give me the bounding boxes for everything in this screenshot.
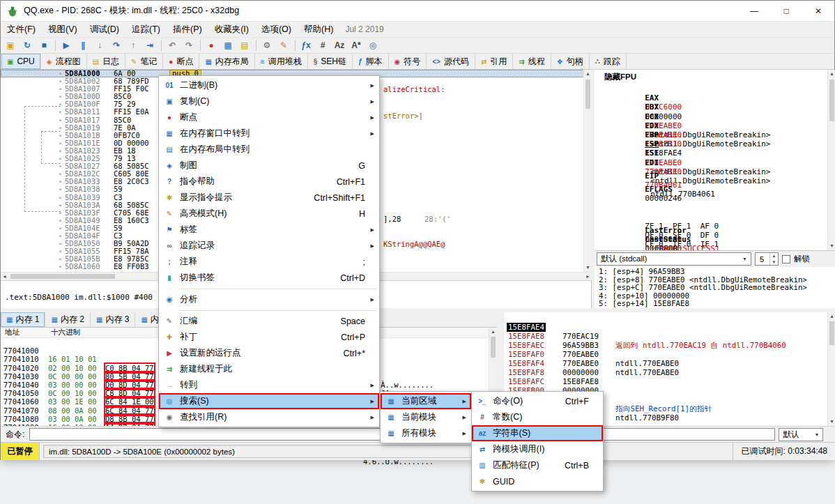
toolbar-button[interactable] xyxy=(158,38,164,53)
view-tab[interactable]: ◈ 流程图 xyxy=(41,54,87,69)
stack-row[interactable]: 15E8FB00 15E8FB6C 指向SEH_Record[1]的指针 xyxy=(504,377,827,386)
menu-item[interactable]: ⚑ 标签 xyxy=(159,222,379,238)
dump-tab[interactable]: ▦ 内存 3 xyxy=(91,312,135,327)
toolbar-button[interactable]: ∥ xyxy=(75,38,91,53)
argument-row[interactable]: 3: [esp+C] 770EABE0 <ntdll.DbgUiRemoteBr… xyxy=(595,284,835,292)
stack-row[interactable]: 15E8FAF4 00000000 xyxy=(504,350,827,359)
menubar-item[interactable]: 帮助(H) xyxy=(298,22,339,37)
arguments-pane[interactable]: 1: [esp+4] 96A59BB32: [esp+8] 770EABE0 <… xyxy=(595,267,835,308)
toolbar-button[interactable] xyxy=(197,38,203,53)
submenu-item[interactable]: ⇄ 跨模块调用(I) xyxy=(472,441,603,457)
toolbar-button[interactable]: ↷ xyxy=(108,38,125,53)
dump-tab[interactable]: ▦ 内存 1 xyxy=(1,312,45,327)
menu-item[interactable]: ▦ 在内存窗口中转到 xyxy=(159,125,379,142)
view-tab[interactable]: ● 断点 xyxy=(163,54,199,69)
toolbar-button[interactable]: ↑ xyxy=(125,38,141,53)
argument-count-stepper[interactable]: 5 ▲▼ xyxy=(755,252,779,266)
toolbar-button[interactable]: ↶ xyxy=(164,38,181,53)
argument-row[interactable]: 1: [esp+4] 96A59BB3 xyxy=(595,268,835,276)
registers-pane[interactable]: 隐藏FPU EAX 007C6000 EBX 00000000 xyxy=(595,70,827,250)
menu-item[interactable] xyxy=(159,307,379,313)
menubar-item[interactable]: 视图(V) xyxy=(42,22,84,37)
view-tab[interactable]: § SEH链 xyxy=(308,54,353,69)
menu-item[interactable]: 01 二进制(B) xyxy=(159,77,379,93)
menu-item[interactable]: ✎ 汇编 Space xyxy=(159,313,379,329)
view-tab[interactable]: ✎ 笔记 xyxy=(125,54,163,69)
menu-item[interactable]: ∞ 追踪记录 xyxy=(159,238,379,254)
menubar-item[interactable]: 追踪(T) xyxy=(125,22,167,37)
toolbar-button[interactable]: ◎ xyxy=(365,38,381,53)
menu-item[interactable]: ✱ 显示指令提示 Ctrl+Shift+F1 xyxy=(159,190,379,206)
menu-item[interactable]: ● 断点 xyxy=(159,109,379,125)
toolbar-button[interactable]: # xyxy=(314,38,331,53)
submenu-item[interactable]: ▦ 所有模块 xyxy=(381,425,471,441)
menu-item[interactable]: ? 指令帮助 Ctrl+F1 xyxy=(159,174,379,190)
submenu-item[interactable]: ▥ 匹配特征(P) Ctrl+B xyxy=(472,457,603,473)
menu-item[interactable]: ✎ 高亮模式(H) H xyxy=(159,206,379,222)
toolbar-button[interactable]: ↷ xyxy=(181,38,197,53)
submenu-item[interactable]: ▦ 当前区域 xyxy=(381,393,471,409)
stack-row[interactable]: 15E8FAFC 00000000 xyxy=(504,368,827,377)
view-tab[interactable]: ▤ 日志 xyxy=(87,54,125,69)
view-tab[interactable]: ▣ CPU xyxy=(1,54,41,69)
view-tab[interactable]: ⇉ 线程 xyxy=(513,54,551,69)
view-tab[interactable]: ƒ 脚本 xyxy=(353,54,389,69)
menu-item[interactable]: ▤ 在内存布局中转到 xyxy=(159,142,379,158)
view-tab[interactable]: ◉ 符号 xyxy=(389,54,427,69)
menu-item[interactable] xyxy=(159,286,379,291)
view-tab[interactable]: <> 源代码 xyxy=(427,54,475,69)
toolbar-button[interactable]: ↻ xyxy=(19,38,36,53)
submenu-item[interactable]: # 常数(C) xyxy=(472,409,603,425)
menu-item[interactable]: ; 注释 ; xyxy=(159,254,379,270)
command-script-select[interactable]: 默认 ▼ xyxy=(779,428,823,441)
stack-row[interactable]: 15E8FAF0 770EABE0 ntdll.770EABE0 xyxy=(504,341,827,350)
toolbar-button[interactable]: ▣ xyxy=(2,38,19,53)
stack-row[interactable]: 15E8FAE8 96A59BB3 xyxy=(504,323,827,332)
submenu-item[interactable]: az 字符串(S) xyxy=(472,425,603,441)
menu-item[interactable]: ▣ 复制(C) xyxy=(159,93,379,109)
stack-row[interactable]: 15E8FAEC 770EABE0 ntdll.770EABE0 xyxy=(504,332,827,341)
view-tab[interactable]: ⇄ 引用 xyxy=(475,54,513,69)
toolbar-button[interactable] xyxy=(52,38,58,53)
menubar-item[interactable]: 调试(D) xyxy=(84,22,125,37)
submenu-item[interactable]: >_ 命令(O) Ctrl+F xyxy=(472,393,603,409)
toolbar-button[interactable]: ▤ xyxy=(236,38,253,53)
view-tab[interactable]: ❖ 句柄 xyxy=(551,54,590,69)
toolbar-button[interactable]: Az xyxy=(331,38,348,53)
view-tab[interactable]: ≡ 调用堆栈 xyxy=(255,54,308,69)
menubar-item[interactable]: 插件(P) xyxy=(167,22,208,37)
toolbar-button[interactable]: ■ xyxy=(36,38,52,53)
toolbar-button[interactable]: ✎ xyxy=(275,38,292,53)
unlock-checkbox[interactable] xyxy=(782,255,790,264)
hide-fpu-button[interactable]: 隐藏FPU xyxy=(604,72,827,82)
toolbar-button[interactable] xyxy=(292,38,298,53)
toolbar-button[interactable]: A* xyxy=(348,38,365,53)
submenu-item[interactable]: ✱ GUID xyxy=(472,473,603,489)
stack-scrollbar[interactable]: ▲▼ xyxy=(827,312,835,426)
stack-row[interactable]: 15E8FAF8 15E8FAE8 xyxy=(504,359,827,368)
stack-row[interactable]: 15E8FAE4 770EAC19 返回到 ntdll.770EAC19 自 n… xyxy=(504,314,827,323)
menu-item[interactable]: ◉ 分析 xyxy=(159,291,379,307)
menu-item[interactable]: → 转到 xyxy=(159,377,379,393)
toolbar-button[interactable]: ⇥ xyxy=(141,38,158,53)
argument-row[interactable]: 5: [esp+14] 15E8FAE8 xyxy=(595,300,835,308)
menubar-item[interactable]: 文件(F) xyxy=(1,22,42,37)
menu-item[interactable]: ✚ 补丁 Ctrl+P xyxy=(159,329,379,345)
view-tab[interactable]: ▦ 内存布局 xyxy=(199,54,254,69)
toolbar-button[interactable]: ƒx xyxy=(298,38,314,53)
menu-item[interactable]: ◉ 查找引用(R) xyxy=(159,409,379,425)
toolbar-button[interactable]: ▶ xyxy=(58,38,75,53)
view-tab[interactable]: ∴ 跟踪 xyxy=(590,54,627,69)
menubar-item[interactable]: 选项(O) xyxy=(255,22,298,37)
menu-item[interactable]: ⇉ 新建线程于此 xyxy=(159,361,379,377)
menu-item[interactable]: ◈ 制图 G xyxy=(159,158,379,174)
dump-tab[interactable]: ▦ 内存 2 xyxy=(45,312,90,327)
menu-item[interactable]: ▶ 设置新的运行点 Ctrl+* xyxy=(159,345,379,361)
menubar-item[interactable]: 收藏夹(I) xyxy=(208,22,255,37)
register-row[interactable]: EAX 007C6000 xyxy=(595,84,827,93)
toolbar-button[interactable] xyxy=(253,38,259,53)
close-button[interactable]: ✕ xyxy=(802,1,834,21)
menu-item[interactable]: ▮ 切换书签 Ctrl+D xyxy=(159,270,379,286)
toolbar-button[interactable]: ↓ xyxy=(91,38,108,53)
registers-scrollbar[interactable]: ▲▼ xyxy=(827,70,835,250)
